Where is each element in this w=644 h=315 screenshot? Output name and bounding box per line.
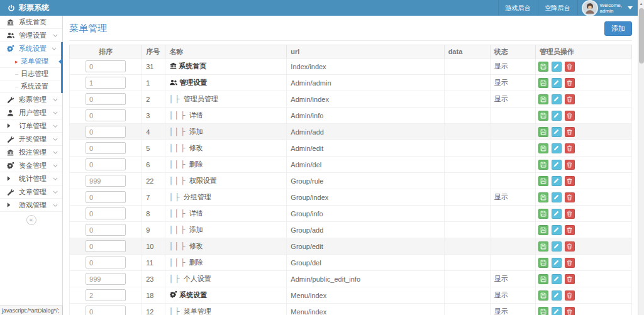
sidebar-item[interactable]: 系统首页 <box>0 16 62 29</box>
save-sort-button[interactable] <box>538 241 548 251</box>
header-name: 名称 <box>165 45 287 58</box>
status-text <box>490 255 535 271</box>
avatar[interactable] <box>583 1 597 15</box>
sort-input[interactable] <box>86 175 126 187</box>
delete-button[interactable] <box>565 241 575 251</box>
delete-button[interactable] <box>565 225 575 235</box>
save-sort-button[interactable] <box>538 111 548 121</box>
sort-input[interactable] <box>86 289 126 301</box>
sort-input[interactable] <box>86 109 126 121</box>
delete-button[interactable] <box>565 307 575 315</box>
sort-input[interactable] <box>86 257 126 268</box>
save-sort-button[interactable] <box>538 94 548 104</box>
delete-button[interactable] <box>565 143 575 153</box>
edit-button[interactable] <box>552 143 562 153</box>
scroll-up-arrow[interactable]: ▲ <box>638 0 644 8</box>
status-text <box>490 238 535 255</box>
delete-button[interactable] <box>565 127 575 137</box>
save-sort-button[interactable] <box>538 78 548 88</box>
caret-down-icon <box>628 6 633 9</box>
sidebar-subitem[interactable]: ▸ 菜单管理 <box>0 55 61 68</box>
table-row: 1 管理设置 Admin/admin 显示 <box>70 75 632 91</box>
save-sort-button[interactable] <box>538 143 548 153</box>
sort-input[interactable] <box>86 306 126 315</box>
sort-input[interactable] <box>86 224 126 236</box>
user-menu[interactable]: Welcome, admin <box>577 0 638 16</box>
drop-backend-button[interactable]: 空降后台 <box>538 0 577 16</box>
edit-button[interactable] <box>552 111 562 121</box>
delete-button[interactable] <box>565 78 575 88</box>
app-brand[interactable]: 彩票系统 <box>0 0 57 16</box>
sort-input[interactable] <box>86 77 126 89</box>
sort-input[interactable] <box>86 126 126 138</box>
delete-button[interactable] <box>565 62 575 72</box>
sidebar-subitem[interactable]: – 日志管理 <box>0 68 61 80</box>
chevron-down-icon <box>53 151 58 154</box>
sidebar-item[interactable]: 统计管理 <box>0 172 62 185</box>
delete-button[interactable] <box>565 160 575 170</box>
sort-input[interactable] <box>86 93 126 105</box>
save-sort-button[interactable] <box>538 176 548 186</box>
sidebar-item[interactable]: 资金管理 <box>0 159 62 172</box>
delete-button[interactable] <box>565 192 575 202</box>
sidebar-item[interactable]: 投注管理 <box>0 146 62 159</box>
edit-button[interactable] <box>552 127 562 137</box>
save-sort-button[interactable] <box>538 209 548 219</box>
delete-button[interactable] <box>565 111 575 121</box>
sidebar-item[interactable]: 彩票管理 <box>0 93 62 106</box>
delete-button[interactable] <box>565 274 575 284</box>
sidebar-collapse-button[interactable]: « <box>26 215 36 225</box>
save-sort-button[interactable] <box>538 192 548 202</box>
chevron-down-icon <box>53 124 58 128</box>
save-sort-button[interactable] <box>538 307 548 315</box>
edit-button[interactable] <box>552 94 562 104</box>
status-text: 显示 <box>490 75 535 91</box>
chevron-down-icon <box>52 47 57 50</box>
game-backend-button[interactable]: 游戏后台 <box>498 0 538 16</box>
save-sort-button[interactable] <box>538 274 548 284</box>
edit-button[interactable] <box>552 78 562 88</box>
edit-button[interactable] <box>552 241 562 251</box>
sort-input[interactable] <box>86 142 126 154</box>
sidebar-item[interactable]: 游戏管理 <box>0 199 62 212</box>
delete-button[interactable] <box>565 176 575 186</box>
edit-button[interactable] <box>552 192 562 202</box>
edit-button[interactable] <box>552 176 562 186</box>
scrollbar-thumb[interactable] <box>639 8 644 64</box>
sidebar-item[interactable]: 用户管理 <box>0 106 62 119</box>
save-sort-button[interactable] <box>538 258 548 268</box>
sidebar-item[interactable]: 管理设置 <box>0 29 62 42</box>
sidebar-item[interactable]: 文章管理 <box>0 185 62 199</box>
sort-input[interactable] <box>86 273 126 285</box>
edit-button[interactable] <box>552 307 562 315</box>
edit-button[interactable] <box>552 290 562 301</box>
sidebar-subitem[interactable]: – 系统设置 <box>0 80 61 93</box>
save-sort-button[interactable] <box>538 160 548 170</box>
edit-button[interactable] <box>552 62 562 72</box>
edit-button[interactable] <box>552 225 562 235</box>
top-navbar: 彩票系统 游戏后台 空降后台 Welcome, admin <box>0 0 638 16</box>
sidebar-item[interactable]: 订单管理 <box>0 119 62 133</box>
edit-button[interactable] <box>552 209 562 219</box>
save-sort-button[interactable] <box>538 225 548 235</box>
delete-button[interactable] <box>565 94 575 104</box>
sort-input[interactable] <box>86 158 126 170</box>
vertical-scrollbar[interactable]: ▲ <box>638 0 644 315</box>
edit-button[interactable] <box>552 274 562 284</box>
sidebar-item[interactable]: 系统设置 <box>0 42 61 55</box>
delete-button[interactable] <box>565 258 575 268</box>
sort-input[interactable] <box>86 191 126 203</box>
add-button[interactable]: 添加 <box>604 21 632 36</box>
delete-button[interactable] <box>565 290 575 301</box>
sort-input[interactable] <box>86 240 126 252</box>
save-sort-button[interactable] <box>538 62 548 72</box>
save-sort-button[interactable] <box>538 127 548 137</box>
save-sort-button[interactable] <box>538 290 548 301</box>
sort-input[interactable] <box>86 207 126 219</box>
sort-input[interactable] <box>86 60 126 72</box>
edit-button[interactable] <box>552 258 562 268</box>
edit-button[interactable] <box>552 160 562 170</box>
sidebar-item[interactable]: 开奖管理 <box>0 133 62 146</box>
active-item-arrow <box>58 58 63 65</box>
delete-button[interactable] <box>565 209 575 219</box>
